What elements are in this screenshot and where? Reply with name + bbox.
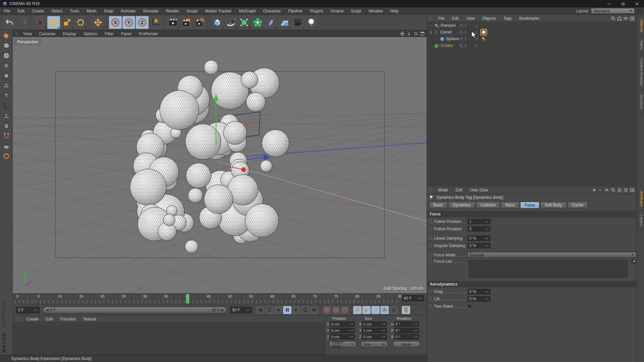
spinner-arrows-icon[interactable]: ▲▼	[418, 298, 422, 299]
lock-z-button[interactable]: Z	[136, 16, 149, 29]
viewport-menu-prorender[interactable]: ProRender	[135, 30, 162, 38]
parameter-value-field[interactable]: 0 %▲▼	[468, 289, 490, 294]
keyframe-dot-icon[interactable]	[429, 259, 432, 262]
timeline-playhead[interactable]	[186, 294, 190, 304]
spinner-arrows-icon[interactable]: ▲▼	[485, 298, 489, 300]
rotate-button[interactable]	[74, 16, 87, 29]
viewport[interactable]: ViewCamerasDisplayOptionsFilterPanelProR…	[13, 30, 427, 293]
polygons-mode-button[interactable]	[1, 91, 11, 101]
viewport-menu-display[interactable]: Display	[59, 30, 79, 38]
dock-tab-attributes[interactable]: Attributes	[637, 187, 644, 210]
object-name[interactable]: Random	[427, 23, 459, 28]
maximize-button[interactable]	[616, 0, 630, 7]
viewport-camera-label[interactable]: Perspective	[14, 39, 41, 45]
render-view-button[interactable]	[167, 16, 179, 29]
add-primitive-button[interactable]	[211, 16, 224, 29]
attribute-tab-dynamics[interactable]: Dynamics	[448, 202, 475, 208]
render-picture-viewer-button[interactable]	[180, 16, 193, 29]
add-light-button[interactable]	[305, 16, 318, 29]
dynamics-body-tag[interactable]	[481, 29, 486, 35]
add-mograph-button[interactable]	[251, 16, 264, 29]
lock-y-button[interactable]: Y	[122, 16, 135, 29]
enabled-check-icon[interactable]: ✓	[474, 23, 479, 28]
lock-x-button[interactable]: X	[109, 16, 122, 29]
parameter-value-field[interactable]: 0▲▼	[468, 226, 490, 232]
spinner-arrows-icon[interactable]: ▲▼	[485, 228, 489, 230]
add-panel-icon[interactable]	[629, 15, 635, 21]
close-button[interactable]	[630, 0, 644, 7]
menu-create[interactable]: Create	[28, 7, 48, 15]
spinner-arrows-icon[interactable]: ▲▼	[381, 323, 385, 325]
spinner-arrows-icon[interactable]: ▲▼	[246, 309, 250, 311]
coordinate-system-button[interactable]	[149, 16, 162, 29]
maximize-view-icon[interactable]	[419, 31, 425, 37]
object-manager-menu-file[interactable]: File	[434, 15, 448, 22]
add-spline-button[interactable]	[224, 16, 237, 29]
range-start-field[interactable]: 0 F ▲▼	[16, 307, 40, 313]
menu-mograph[interactable]: MoGraph	[235, 7, 260, 15]
size-mode-dropdown[interactable]: Size	[361, 341, 388, 347]
autokey-button[interactable]	[332, 306, 340, 314]
coordinate-input[interactable]: 0 cm▲▼	[330, 334, 355, 340]
object-row-emitter[interactable]: Emitter✓	[427, 42, 636, 49]
eye-icon[interactable]	[623, 15, 629, 21]
spinner-arrows-icon[interactable]: ▲▼	[485, 238, 489, 239]
menu-select[interactable]: Select	[48, 7, 66, 15]
target-icon[interactable]	[623, 187, 629, 193]
range-handle-left-icon[interactable]: ◀	[46, 308, 49, 312]
attribute-tab-collision[interactable]: Collision	[476, 202, 500, 208]
material-menu-create[interactable]: Create	[23, 315, 42, 323]
dock-tab-content-browser[interactable]: Content Browser	[637, 55, 644, 89]
play-forward-button[interactable]	[301, 306, 310, 314]
spinner-arrows-icon[interactable]: ▲▼	[485, 291, 489, 292]
menu-help[interactable]: Help	[386, 7, 402, 15]
coordinate-input[interactable]: 0 °▲▼	[394, 328, 419, 333]
snap-settings-button[interactable]	[1, 131, 11, 141]
pause-button[interactable]	[283, 306, 291, 314]
menu-sculpt[interactable]: Sculpt	[183, 7, 201, 15]
apply-button[interactable]: Apply	[393, 341, 420, 347]
panel-grip[interactable]	[428, 188, 432, 192]
attribute-tab-mass[interactable]: Mass	[501, 202, 519, 208]
back-icon[interactable]	[591, 187, 597, 193]
attribute-manager-menu-user-data[interactable]: User Data	[466, 186, 492, 194]
spinner-arrows-icon[interactable]: ▲▼	[349, 330, 353, 331]
object-manager-menu-objects[interactable]: Objects	[479, 15, 500, 22]
tag-area[interactable]	[479, 29, 486, 36]
keyframe-dot-icon[interactable]	[429, 297, 432, 300]
forward-icon[interactable]	[597, 187, 603, 193]
collapse-toggle[interactable]: −	[430, 31, 433, 34]
menu-file[interactable]: File	[0, 7, 14, 15]
panel-grip[interactable]	[16, 317, 20, 321]
dock-tab-layers[interactable]: Layers	[637, 211, 644, 230]
render-settings-button[interactable]	[194, 16, 206, 29]
dock-tab-objects[interactable]: Objects	[637, 16, 644, 36]
two-sided-checkbox[interactable]	[468, 304, 472, 308]
lock-icon[interactable]	[616, 187, 622, 193]
editor-visibility-dots[interactable]	[465, 44, 466, 48]
go-to-start-button[interactable]	[256, 306, 264, 314]
parameter-value-field[interactable]: 0 %▲▼	[468, 236, 490, 241]
keyframe-dot-icon[interactable]	[429, 227, 432, 230]
pick-object-icon[interactable]	[631, 259, 636, 264]
keyframe-dot-icon[interactable]	[429, 290, 432, 293]
spinner-arrows-icon[interactable]: ▲▼	[485, 221, 489, 222]
menu-animate[interactable]: Animate	[117, 7, 139, 15]
add-panel-icon[interactable]	[629, 187, 635, 193]
keyframe-dot-icon[interactable]	[429, 220, 432, 223]
attribute-tab-force[interactable]: Force	[520, 202, 539, 208]
pan-view-icon[interactable]	[399, 31, 405, 37]
editor-visibility-dots[interactable]	[465, 23, 466, 27]
dock-tab-takes[interactable]: Takes	[637, 37, 644, 54]
material-menu-function[interactable]: Function	[57, 315, 79, 323]
coordinate-input[interactable]: 1 cm▲▼	[362, 328, 387, 333]
search-icon[interactable]	[610, 187, 616, 193]
coordinate-mode-dropdown[interactable]: Object (Rel)	[329, 341, 357, 347]
search-icon[interactable]	[637, 8, 642, 14]
keyframe-dot-icon[interactable]	[429, 237, 432, 240]
viewport-menu-view[interactable]: View	[19, 30, 36, 38]
search-icon[interactable]	[610, 15, 616, 21]
object-manager-menu-bookmarks[interactable]: Bookmarks	[516, 15, 543, 22]
live-selection-button[interactable]	[34, 16, 47, 29]
workplane-mode-button[interactable]	[1, 61, 11, 70]
